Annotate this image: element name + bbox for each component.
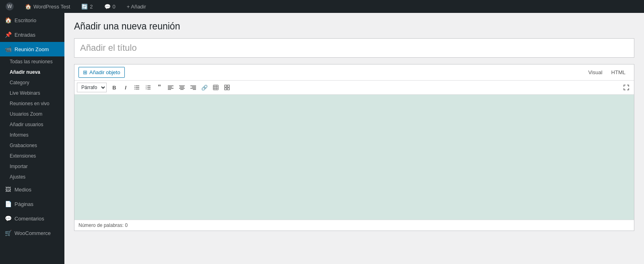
format-select[interactable]: Párrafo [77,83,107,92]
entradas-icon: 📌 [5,31,11,38]
ajustes-label: Ajustes [10,174,25,180]
sidebar-label-paginas: Páginas [14,201,33,207]
add-object-button[interactable]: ⊞ Añadir objeto [78,67,125,78]
category-label: Category [10,80,29,85]
svg-point-4 [134,87,135,88]
svg-text:3: 3 [146,88,147,90]
unordered-list-button[interactable] [132,82,142,93]
sidebar-item-medios[interactable]: 🖼 Medios [0,182,64,197]
svg-point-5 [134,89,135,89]
editor-content-area[interactable] [74,95,634,220]
sidebar-item-comentarios[interactable]: 💬 Comentarios [0,211,64,226]
home-icon: 🏠 [25,4,31,10]
sidebar-item-live-webinars[interactable]: Live Webinars [0,88,64,98]
word-count-label: Número de palabras: 0 [78,222,128,228]
align-center-button[interactable] [177,82,187,93]
add-new-item[interactable]: + Añadir [124,0,149,13]
comentarios-icon: 💬 [5,215,11,222]
grid-button[interactable] [222,82,232,93]
layout: 🏠 Escritorio 📌 Entradas 📹 Reunión Zoom T… [0,13,644,264]
sidebar-item-importar[interactable]: Importar [0,161,64,172]
updates-icon: 🔄 [81,4,88,10]
add-object-icon: ⊞ [83,69,87,75]
sidebar-item-escritorio[interactable]: 🏠 Escritorio [0,13,64,27]
sidebar-item-woocommerce[interactable]: 🛒 WooCommerce [0,226,64,240]
bold-button[interactable]: B [109,82,120,93]
sidebar-item-grabaciones[interactable]: Grabaciones [0,140,64,151]
sidebar-item-ajustes[interactable]: Ajustes [0,172,64,182]
updates-count: 2 [90,4,93,10]
editor-footer: Número de palabras: 0 [74,220,634,231]
align-right-button[interactable] [188,82,198,93]
escritorio-icon: 🏠 [5,17,11,23]
comments-count: 0 [113,4,116,10]
site-name-item[interactable]: 🏠 WordPress Test [23,0,72,13]
sidebar-label-escritorio: Escritorio [14,17,36,23]
sidebar: 🏠 Escritorio 📌 Entradas 📹 Reunión Zoom T… [0,13,64,264]
link-button[interactable]: 🔗 [199,82,210,93]
sidebar-item-añadir-nueva[interactable]: Añadir nueva [0,67,64,77]
usuarios-zoom-label: Usuarios Zoom [10,111,42,117]
sidebar-item-todas-reuniones[interactable]: Todas las reuniones [0,56,64,67]
svg-point-3 [134,85,135,86]
add-new-label: + Añadir [127,4,146,10]
medios-icon: 🖼 [5,186,11,193]
wp-logo-icon: W [6,2,14,10]
reunion-zoom-icon: 📹 [5,46,11,52]
fullscreen-button[interactable] [621,82,632,93]
blockquote-button[interactable]: " [154,82,165,93]
sidebar-label-entradas: Entradas [14,32,35,38]
svg-rect-24 [213,85,218,90]
editor-toolbar: Párrafo B I 123 " [74,81,634,95]
sidebar-item-añadir-usuarios[interactable]: Añadir usuarios [0,119,64,130]
sidebar-label-comentarios: Comentarios [14,216,44,222]
añadir-usuarios-label: Añadir usuarios [10,122,43,127]
sidebar-item-category[interactable]: Category [0,77,64,88]
post-title-input[interactable] [74,38,634,58]
main-content: Añadir una nueva reunión ⊞ Añadir objeto… [64,13,644,264]
ordered-list-button[interactable]: 123 [143,82,153,93]
comments-icon: 💬 [104,4,111,10]
page-title: Añadir una nueva reunión [74,21,634,32]
site-name-label: WordPress Test [33,4,70,10]
editor-tabs: Visual HTML [584,67,630,77]
tab-html[interactable]: HTML [607,67,630,77]
sidebar-item-usuarios-zoom[interactable]: Usuarios Zoom [0,109,64,119]
informes-label: Informes [10,132,29,138]
updates-item[interactable]: 🔄 2 [79,0,95,13]
svg-rect-32 [227,88,229,90]
extensiones-label: Extensiones [10,153,36,159]
sidebar-item-informes[interactable]: Informes [0,130,64,140]
sidebar-label-reunion-zoom: Reunión Zoom [14,46,49,52]
comments-item[interactable]: 💬 0 [102,0,118,13]
importar-label: Importar [10,164,28,169]
admin-bar: W 🏠 WordPress Test 🔄 2 💬 0 + Añadir [0,0,644,13]
sidebar-item-reunion-zoom[interactable]: 📹 Reunión Zoom [0,42,64,56]
tab-visual[interactable]: Visual [584,67,607,77]
live-webinars-label: Live Webinars [10,90,40,96]
woocommerce-icon: 🛒 [5,230,11,236]
paginas-icon: 📄 [5,201,11,207]
svg-rect-30 [227,85,229,87]
table-button[interactable] [211,82,221,93]
sidebar-item-reuniones-vivo[interactable]: Reuniones en vivo [0,98,64,109]
grabaciones-label: Grabaciones [10,143,37,148]
sidebar-item-extensiones[interactable]: Extensiones [0,151,64,161]
reuniones-vivo-label: Reuniones en vivo [10,101,50,106]
italic-button[interactable]: I [120,82,131,93]
sidebar-item-entradas[interactable]: 📌 Entradas [0,27,64,42]
todas-reuniones-label: Todas las reuniones [10,59,53,64]
añadir-nueva-label: Añadir nueva [10,69,40,75]
add-object-label: Añadir objeto [89,69,120,75]
sidebar-label-woocommerce: WooCommerce [14,230,51,236]
svg-rect-31 [225,88,227,90]
wp-logo-item[interactable]: W [3,0,16,13]
editor-wrap: ⊞ Añadir objeto Visual HTML Párrafo B I [74,64,634,231]
sidebar-item-paginas[interactable]: 📄 Páginas [0,197,64,211]
editor-topbar: ⊞ Añadir objeto Visual HTML [74,64,634,81]
sidebar-label-medios: Medios [14,187,31,193]
align-left-button[interactable] [165,82,176,93]
svg-rect-29 [225,85,227,87]
